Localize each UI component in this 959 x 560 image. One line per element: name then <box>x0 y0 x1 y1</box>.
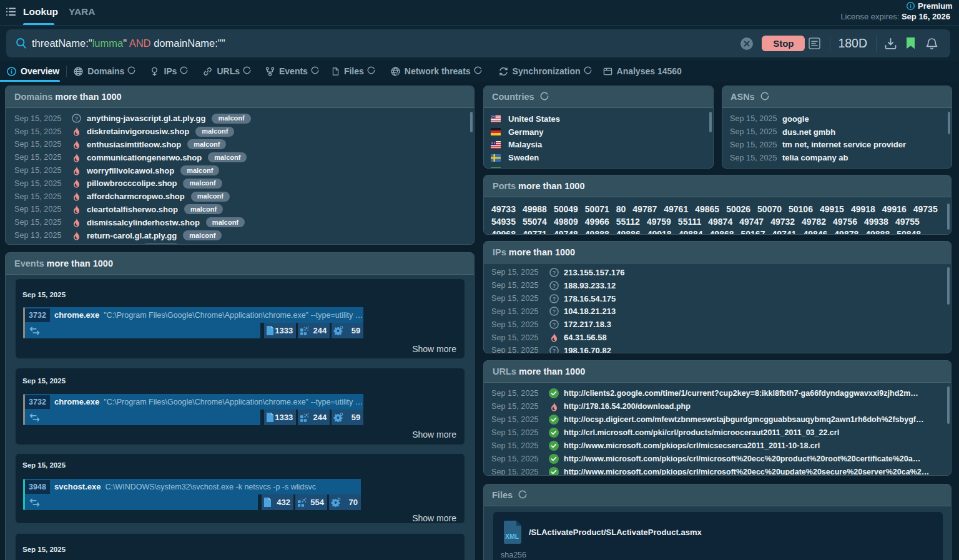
svg-text:?: ? <box>552 308 555 315</box>
svg-text:?: ? <box>552 270 555 276</box>
svg-text:XML: XML <box>505 533 519 540</box>
svg-text:?: ? <box>552 282 555 288</box>
svg-text:?: ? <box>552 348 555 353</box>
svg-text:?: ? <box>75 115 78 122</box>
svg-text:?: ? <box>552 322 555 328</box>
svg-text:?: ? <box>552 295 555 302</box>
